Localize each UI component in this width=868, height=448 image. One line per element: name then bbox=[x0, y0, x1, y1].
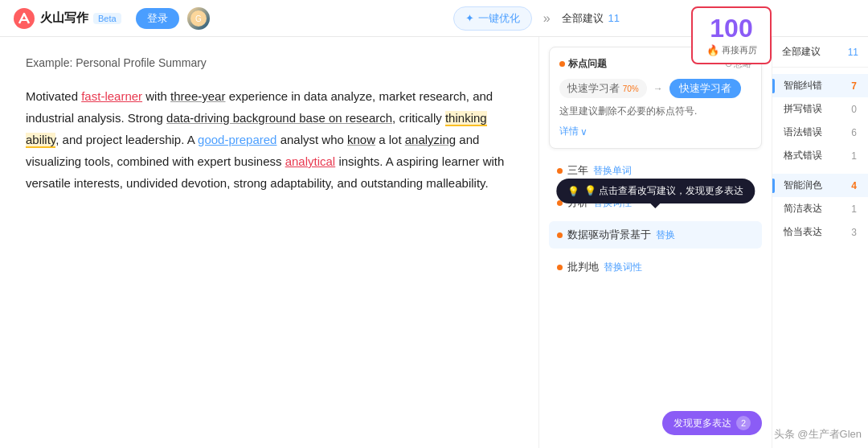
highlight-data-driving: data-driving background base on research bbox=[166, 111, 392, 125]
item-sub: 替换单词 bbox=[593, 164, 632, 178]
card-type: 标点问题 bbox=[568, 57, 607, 71]
document-body: Motivated fast-learner with three-year e… bbox=[26, 85, 513, 194]
score-box: 100 🔥 再接再厉 bbox=[691, 6, 772, 64]
right-item-appropriate[interactable]: 恰当表达 3 bbox=[772, 220, 868, 244]
dot-orange-icon bbox=[557, 168, 563, 174]
suggestion-panel: 标点问题 ⊖ 忽略 快速学习者 70% → 快速学习者 这里建议删除不必要的标点… bbox=[538, 37, 772, 448]
main-content: Example: Personal Profile Summary Motiva… bbox=[0, 37, 868, 448]
suggestion-item-data-driving-wrapper: 数据驱动背景基于 替换 💡 💡 点击查看改写建议，发现更多表达 bbox=[539, 221, 772, 249]
right-item-spelling[interactable]: 拼写错误 0 bbox=[772, 97, 868, 121]
app-logo-text: 火山写作 bbox=[40, 10, 88, 26]
top-nav: 火山写作 Beta 登录 G ✦ 一键优化 » 全部建议 11 100 🔥 再接… bbox=[0, 0, 868, 37]
item-count: 0 bbox=[851, 104, 857, 115]
right-item-smart-polish[interactable]: 智能润色 4 bbox=[772, 174, 868, 197]
right-item-smart-correct[interactable]: 智能纠错 7 bbox=[772, 74, 868, 97]
more-button[interactable]: » bbox=[538, 10, 555, 27]
item-count: 1 bbox=[851, 203, 857, 215]
right-panel-top: 全部建议 11 bbox=[772, 45, 868, 68]
item-label: 智能纠错 bbox=[784, 79, 822, 92]
score-label: 🔥 再接再厉 bbox=[706, 44, 757, 56]
all-suggestions-label: 全部建议 bbox=[782, 45, 821, 59]
item-count: 1 bbox=[851, 150, 857, 162]
item-count: 6 bbox=[851, 127, 857, 138]
item-main: 三年 bbox=[567, 163, 588, 178]
suggestion-item-data-driving[interactable]: 数据驱动背景基于 替换 bbox=[549, 221, 762, 249]
discover-button[interactable]: 发现更多表达 2 bbox=[662, 411, 762, 435]
suggestions-label: 全部建议 bbox=[562, 11, 604, 26]
item-label: 格式错误 bbox=[784, 149, 822, 162]
logo-icon bbox=[13, 7, 35, 30]
all-suggestions-row[interactable]: 全部建议 11 bbox=[782, 45, 858, 59]
svg-point-0 bbox=[14, 8, 35, 29]
highlight-fast-learner: fast-learner bbox=[81, 89, 142, 103]
editor-area[interactable]: Example: Personal Profile Summary Motiva… bbox=[0, 37, 538, 448]
logo-area: 火山写作 Beta bbox=[13, 7, 121, 30]
card-tag: 标点问题 bbox=[559, 57, 607, 71]
all-suggestions-count: 11 bbox=[848, 47, 858, 58]
active-bar-polish bbox=[772, 179, 775, 193]
score-sublabel: 再接再厉 bbox=[722, 44, 757, 56]
discover-label: 发现更多表达 bbox=[674, 417, 731, 430]
card-description: 这里建议删除不必要的标点符号. bbox=[559, 105, 751, 118]
dot-orange-icon bbox=[559, 61, 565, 67]
detail-button[interactable]: 详情 ∨ bbox=[559, 125, 588, 138]
item-sub: 替换词性 bbox=[604, 261, 642, 274]
discover-count-badge: 2 bbox=[736, 416, 751, 430]
item-label: 简洁表达 bbox=[784, 202, 822, 216]
sparkle-icon: ✦ bbox=[465, 12, 474, 24]
tooltip-text: 💡 点击查看改写建议，发现更多表达 bbox=[584, 184, 743, 198]
item-label: 语法错误 bbox=[784, 125, 822, 139]
suggested-word[interactable]: 快速学习者 bbox=[669, 79, 741, 98]
item-label: 恰当表达 bbox=[784, 225, 822, 239]
item-count: 3 bbox=[851, 227, 857, 238]
right-item-concise[interactable]: 简洁表达 1 bbox=[772, 197, 868, 220]
right-item-format[interactable]: 格式错误 1 bbox=[772, 144, 868, 167]
right-panel: 全部建议 11 智能纠错 7 拼写错误 0 语法错误 6 格式错误 1 智能润色… bbox=[772, 37, 868, 448]
suggestions-count-area: 全部建议 11 bbox=[562, 11, 620, 26]
svg-text:G: G bbox=[195, 14, 202, 23]
suggestion-item-pipandi[interactable]: 批判地 替换词性 bbox=[549, 253, 762, 281]
highlight-analytical: analytical bbox=[285, 154, 336, 168]
fire-icon: 🔥 bbox=[706, 44, 719, 56]
highlight-good-prepared: good-prepared bbox=[198, 133, 276, 146]
item-main: 数据驱动背景基于 bbox=[567, 228, 651, 242]
item-label: 拼写错误 bbox=[784, 102, 822, 116]
highlight-know: know bbox=[347, 133, 375, 146]
arrow-right-icon: → bbox=[653, 83, 663, 94]
item-sub: 替换 bbox=[656, 228, 675, 242]
active-bar bbox=[772, 79, 775, 93]
login-button[interactable]: 登录 bbox=[136, 8, 179, 29]
item-count: 7 bbox=[851, 80, 857, 92]
bulb-icon: 💡 bbox=[567, 186, 579, 197]
chevron-down-icon: ∨ bbox=[580, 126, 588, 138]
dot-orange-icon bbox=[557, 232, 563, 238]
right-item-grammar[interactable]: 语法错误 6 bbox=[772, 121, 868, 144]
suggestions-count-badge: 11 bbox=[608, 12, 620, 24]
dot-orange-icon bbox=[557, 265, 563, 270]
item-label: 智能润色 bbox=[784, 179, 822, 192]
optimize-button[interactable]: ✦ 一键优化 bbox=[453, 6, 532, 31]
highlight-analyzing: analyzing bbox=[405, 133, 456, 146]
document-title: Example: Personal Profile Summary bbox=[26, 56, 513, 69]
beta-badge: Beta bbox=[93, 13, 121, 24]
word-compare: 快速学习者 70% → 快速学习者 bbox=[559, 79, 751, 98]
highlight-three-year: three-year bbox=[170, 89, 225, 103]
item-main: 批判地 bbox=[567, 260, 599, 274]
item-count: 4 bbox=[851, 180, 857, 191]
avatar[interactable]: G bbox=[187, 7, 210, 30]
original-word: 快速学习者 70% bbox=[559, 79, 647, 98]
score-number: 100 bbox=[710, 14, 752, 43]
tooltip-popup: 💡 💡 点击查看改写建议，发现更多表达 bbox=[556, 179, 755, 203]
